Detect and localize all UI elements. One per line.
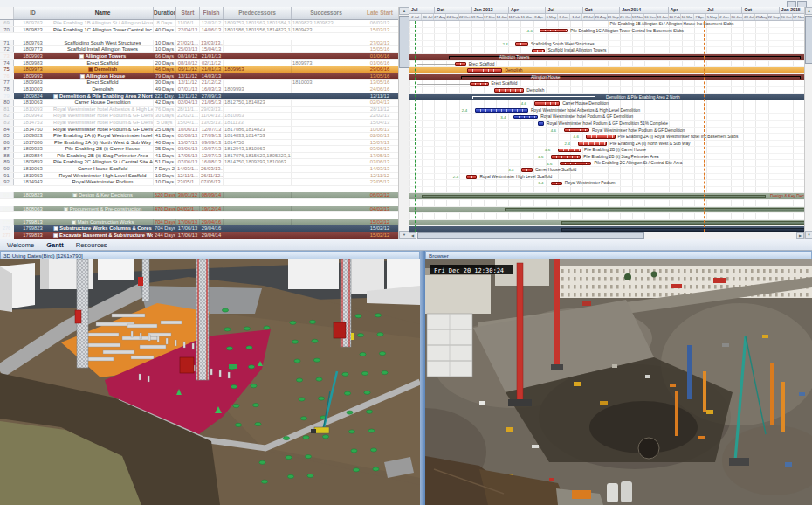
gantt-row[interactable]: 2-4Scaffolding South West Structures — [409, 41, 805, 48]
task-row[interactable]: 2751799813▣ Main Construction Works704 D… — [0, 219, 398, 226]
timeline-quarter[interactable]: Jul — [409, 7, 435, 13]
scroll-right-icon[interactable]: ▶ — [796, 232, 804, 239]
gantt-row[interactable]: 4-6Pile Enabling 1C Allington Tower Cent… — [409, 28, 805, 35]
task-bar[interactable] — [467, 68, 503, 73]
task-bar[interactable] — [534, 101, 560, 106]
task-row[interactable]: 691809763Pile Enabling 1B Allington St /… — [0, 20, 398, 27]
browser-titlebar[interactable]: Browser — [425, 251, 812, 259]
task-row[interactable]: 711809763Scaffolding South West Structur… — [0, 40, 398, 47]
task-bar[interactable] — [466, 175, 478, 179]
task-row[interactable]: 1671808063▣ Procurement & Pre-constructi… — [0, 206, 398, 213]
task-row[interactable]: 2771799833▣ Excavate Basement & Substruc… — [0, 232, 398, 239]
scroll-left-icon[interactable]: ◀ — [409, 232, 416, 239]
timeline-week[interactable]: 10 Feb — [669, 14, 681, 20]
task-bar[interactable] — [551, 182, 562, 186]
task-bar[interactable] — [538, 121, 544, 126]
task-row[interactable]: 811810093Royal Westminster hotel Asbesto… — [0, 107, 398, 114]
gantt-vscrollbar[interactable]: ▲ ▼ — [804, 7, 812, 239]
timeline-week[interactable]: 30 Jul — [422, 14, 434, 20]
gantt-row[interactable]: 4-6Pile Enabling 2C Allington St / Centr… — [409, 160, 805, 167]
task-row[interactable]: 911810953Royal Westminster High Level Sc… — [0, 173, 398, 180]
timeline-week[interactable]: 3 Jun — [558, 14, 570, 20]
timeline-week[interactable]: 16 Dec — [644, 14, 657, 20]
timeline-week[interactable]: 26 Aug — [595, 14, 607, 20]
task-row[interactable]: 771809983Erect Scaffold30 Days12/11/1221… — [0, 80, 398, 86]
tab-resources[interactable]: Resources — [76, 241, 107, 249]
timeline-quarter[interactable]: Jan 2013 — [472, 7, 509, 13]
task-row[interactable]: 741809983Erect Scaffold20 Days08/10/1202… — [0, 60, 398, 67]
col-rownum[interactable] — [0, 7, 14, 19]
gantt-row[interactable]: 3-4Carrer House Scaffold — [409, 167, 805, 174]
col-late-start[interactable]: Late Start — [361, 7, 398, 19]
task-row[interactable]: 721809773Scaffold Install Allington Towe… — [0, 46, 398, 53]
task-row[interactable]: 881809884Pile Enabling 2B (ii) Stag Peri… — [0, 153, 398, 160]
col-successors[interactable]: Successors — [292, 7, 361, 19]
gantt-row[interactable]: 4-6Pile Enabling 2B (ii) Stag Perimeter … — [409, 154, 805, 161]
timeline-quarter[interactable]: Apr — [509, 7, 546, 13]
task-bar[interactable] — [551, 155, 581, 159]
timeline-week[interactable]: 7 Apr — [694, 14, 706, 20]
gantt-row[interactable]: Pile Enabling 1B Allington St / Allingto… — [409, 21, 805, 28]
webcam-photo[interactable]: Fri Dec 20 12:30:24 — [425, 259, 812, 505]
col-duration[interactable]: Duration — [154, 7, 176, 19]
timeline-week[interactable]: 17 Nov — [793, 14, 805, 20]
gantt-row[interactable]: 2-4Pile Enabling 2A (ii) North West & Su… — [409, 141, 805, 148]
gantt-vscroll-thumb[interactable] — [805, 16, 812, 64]
scroll-down-icon[interactable]: ▼ — [805, 231, 812, 239]
task-bar[interactable] — [586, 135, 615, 139]
timeline-week[interactable]: 1 Jul — [570, 14, 582, 20]
gantt-row[interactable]: Erect Scaffold — [409, 61, 805, 68]
3d-viewport[interactable] — [0, 259, 420, 505]
task-row[interactable]: 731809903▣ Allington Towers66 Days08/10/… — [0, 53, 398, 60]
task-bar[interactable] — [558, 149, 581, 153]
task-row[interactable]: 831814753Royal Westminster hotel Podium … — [0, 120, 398, 127]
timeline-week[interactable]: 17 Dec — [484, 14, 496, 20]
gantt-row[interactable] — [409, 207, 805, 214]
gantt-row[interactable]: Royal Westminster hotel Podium & GF Demo… — [409, 121, 805, 128]
task-row[interactable]: 2761799823▣ Substructure Works Columns &… — [0, 225, 398, 232]
tab-welcome[interactable]: Welcome — [7, 241, 34, 249]
timeline-quarter[interactable]: Jul — [546, 7, 582, 13]
timeline-week[interactable]: 21 Oct — [620, 14, 632, 20]
summary-bar[interactable] — [461, 76, 802, 79]
task-bar[interactable] — [494, 88, 524, 93]
phase-bar[interactable] — [422, 195, 766, 198]
3d-view-titlebar[interactable]: 3D Using Dates(Bird) [1261x790] — [0, 251, 420, 259]
timeline-week[interactable]: 22 Sep — [768, 14, 781, 20]
timeline-week[interactable]: 11 Feb — [508, 14, 520, 20]
timeline-week[interactable]: 27 Aug — [434, 14, 446, 20]
task-row[interactable]: 891809893Pile Enabling 2C Allington St /… — [0, 159, 398, 166]
timeline-week[interactable]: 25 Aug — [755, 14, 767, 20]
gantt-row[interactable]: Allington House — [409, 74, 805, 81]
timeline-week[interactable]: 28 Jul — [743, 14, 755, 20]
gantt-row[interactable]: 2-4Royal Westminster High Level Scaffold — [409, 174, 805, 181]
timeline-week[interactable]: 2 Jun — [719, 14, 731, 20]
timeline-week[interactable]: 20 Oct — [781, 14, 793, 20]
task-row[interactable]: 841814750Royal Westminster hotel Podium … — [0, 127, 398, 134]
task-bar[interactable] — [578, 142, 608, 146]
gantt-row[interactable]: Design & Key Decisions — [409, 193, 805, 200]
gantt-row[interactable]: Scaffold Install Allington Towers — [409, 47, 805, 54]
timeline-week[interactable]: 14 Jan — [496, 14, 508, 20]
timeline-week[interactable]: 29 Jul — [582, 14, 595, 20]
timeline-week[interactable]: 8 Apr — [533, 14, 546, 20]
timeline-week[interactable]: 2 Jul — [409, 14, 422, 20]
task-row[interactable]: 851809823Pile Enabling 2A (i) Royal West… — [0, 133, 398, 140]
task-row[interactable]: 701809823Pile Enabling 1C Allington Towe… — [0, 27, 398, 34]
gantt-row[interactable]: 4-6Carrer House Demolition — [409, 100, 805, 107]
timeline-quarter[interactable]: Jan 2014 — [620, 7, 669, 13]
timeline-quarter[interactable]: Oct — [742, 7, 779, 13]
task-bar[interactable] — [540, 29, 568, 33]
task-row[interactable]: 791809824▣ Demolition & Pile Enabling Ar… — [0, 93, 398, 100]
col-id[interactable]: ID — [14, 7, 52, 19]
scroll-up-icon[interactable]: ▲ — [805, 7, 812, 15]
timeline-week[interactable]: 24 Sep — [446, 14, 458, 20]
gantt-row[interactable]: 4-6Pile Enabling 2A (i) Royal Westminste… — [409, 134, 805, 141]
timeline-quarter[interactable]: Apr — [669, 7, 705, 13]
phase-bar[interactable] — [505, 208, 805, 211]
timeline-quarter[interactable]: Oct — [583, 7, 620, 13]
task-row[interactable]: 901810063Carrer House Scaffold7 Days 2..… — [0, 166, 398, 173]
task-row[interactable]: 821809943Royal Westminster hotel Podium … — [0, 113, 398, 120]
gantt-row[interactable]: Demolish — [409, 87, 805, 94]
gantt-row[interactable] — [409, 220, 805, 227]
